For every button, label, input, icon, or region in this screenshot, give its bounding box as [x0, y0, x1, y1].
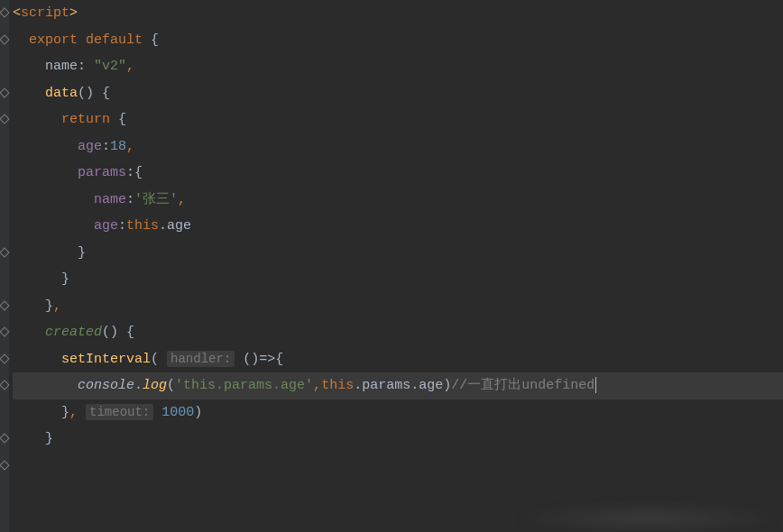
code-line[interactable]: age:this.age	[13, 213, 783, 240]
code-line[interactable]: export default {	[13, 27, 783, 54]
code-line[interactable]: age:18,	[13, 133, 783, 161]
code-line[interactable]: }	[13, 426, 783, 453]
code-line[interactable]: created() {	[13, 319, 783, 346]
code-line[interactable]: name: "v2",	[13, 53, 783, 80]
code-line[interactable]: },	[13, 293, 783, 320]
parameter-hint: timeout:	[86, 404, 153, 420]
code-line[interactable]: params:{	[13, 160, 783, 187]
code-line[interactable]: console.log('this.params.age',this.param…	[13, 372, 783, 399]
text-cursor	[595, 377, 596, 393]
code-line[interactable]: data() {	[13, 80, 783, 107]
code-line[interactable]: setInterval( handler: ()=>{	[13, 346, 783, 373]
watermark-smudge	[512, 505, 783, 532]
code-line[interactable]: }	[13, 240, 783, 267]
code-line[interactable]: name:'张三',	[13, 187, 783, 214]
parameter-hint: handler:	[167, 351, 235, 367]
editor-gutter	[0, 0, 9, 532]
code-editor[interactable]: <script> export default { name: "v2", da…	[13, 0, 783, 453]
code-line[interactable]: }	[13, 266, 783, 293]
code-line[interactable]: }, timeout: 1000)	[13, 399, 783, 427]
code-line[interactable]: return {	[13, 106, 783, 133]
code-line[interactable]: <script>	[13, 0, 783, 27]
